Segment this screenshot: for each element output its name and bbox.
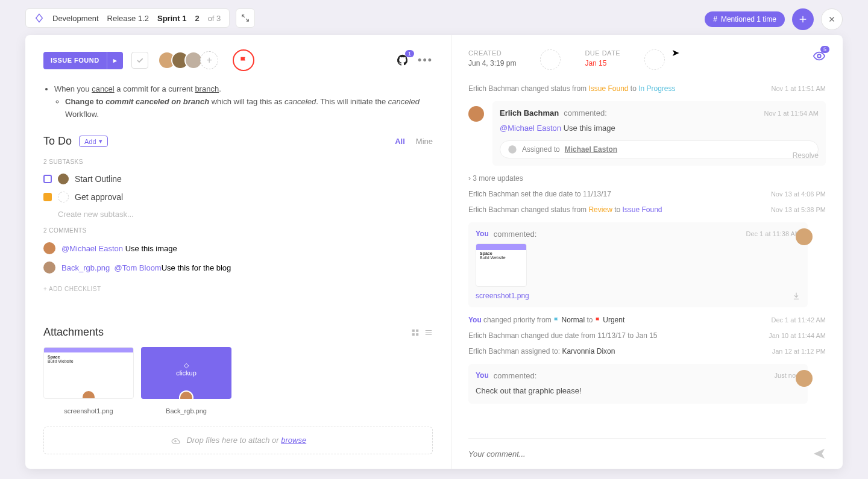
flag-icon xyxy=(239,56,248,64)
flag-icon xyxy=(595,317,601,323)
comment-block: You commented:Dec 1 at 11:38 AM SpaceBui… xyxy=(468,222,808,307)
crumb-sprint[interactable]: Sprint 1 xyxy=(157,14,186,23)
comment-text: Use this image xyxy=(123,244,177,253)
status-label: ISSUE FOUND xyxy=(43,52,107,69)
mention-text: Mentioned 1 time xyxy=(721,15,776,23)
list-view-icon[interactable] xyxy=(424,328,433,337)
cursor-icon: ➤ xyxy=(671,47,679,58)
image-preview[interactable]: SpaceBuild Website xyxy=(476,243,527,287)
svg-rect-1 xyxy=(416,330,418,332)
svg-rect-2 xyxy=(412,333,415,336)
status-next-button[interactable]: ▸ xyxy=(107,52,124,69)
file-link[interactable]: screenshot1.png xyxy=(476,292,529,300)
cloud-upload-icon xyxy=(170,437,181,445)
subtask-checkbox[interactable] xyxy=(43,193,52,201)
avatar xyxy=(468,106,484,122)
comment-block: You commented:Just now Check out that gr… xyxy=(468,364,808,404)
add-todo-button[interactable]: Add▾ xyxy=(79,136,108,147)
assignees: + xyxy=(163,51,218,69)
tab-all[interactable]: All xyxy=(395,137,405,146)
assignee-icon xyxy=(508,145,517,154)
crumb-index: 2 xyxy=(195,14,199,23)
attachments-title: Attachments xyxy=(43,326,104,339)
activity-row: Erlich Bachman assigned to: Karvonnia Di… xyxy=(468,343,826,359)
comment-avatar xyxy=(43,242,55,254)
tab-mine[interactable]: Mine xyxy=(416,137,433,146)
priority-flag-button[interactable] xyxy=(233,49,254,71)
watchers-button[interactable]: 5 xyxy=(813,49,826,63)
comment-input-row xyxy=(468,438,826,460)
crumb-release[interactable]: Release 1.2 xyxy=(107,14,149,23)
todo-title: To Do xyxy=(43,135,72,148)
close-icon xyxy=(828,15,836,23)
subtask-row[interactable]: Start Outline xyxy=(43,170,433,188)
flag-icon xyxy=(553,317,559,323)
breadcrumb: Development Release 1.2 Sprint 1 2 of 3 xyxy=(25,8,230,28)
subtask-avatar[interactable] xyxy=(58,174,69,184)
activity-row: Erlich Bachman changed due date from 11/… xyxy=(468,328,826,343)
mention-link[interactable]: @Michael Easton xyxy=(500,124,561,133)
mention-pill[interactable]: # Mentioned 1 time xyxy=(705,11,785,27)
grid-view-icon[interactable] xyxy=(411,328,420,337)
more-button[interactable]: ••• xyxy=(418,54,433,67)
svg-rect-0 xyxy=(412,330,415,332)
resolve-button[interactable]: Resolve xyxy=(793,151,819,160)
comment-block: Erlich Bachman commented: Nov 1 at 11:54… xyxy=(492,101,826,166)
avatar xyxy=(796,370,813,387)
description[interactable]: When you cancel a commit for a current b… xyxy=(43,83,433,121)
activity-row: Erlich Bachman changed status from Issue… xyxy=(468,81,826,96)
subtask-title: Start Outline xyxy=(75,174,122,184)
expand-icon xyxy=(241,14,250,22)
subtasks-header: 2 SUBTASKS xyxy=(43,158,433,165)
mention-link[interactable]: @Michael Easton xyxy=(61,244,123,253)
expand-button[interactable] xyxy=(236,8,255,28)
hash-icon: # xyxy=(713,15,717,23)
mention-link[interactable]: @Tom Bloom xyxy=(114,263,161,272)
avatar xyxy=(796,228,813,245)
comments-header: 2 COMMENTS xyxy=(43,227,433,234)
browse-link[interactable]: browse xyxy=(281,436,306,445)
commenter-name: Erlich Bachman xyxy=(500,108,559,117)
comment-row[interactable]: @Michael Easton Use this image xyxy=(43,239,433,258)
github-button[interactable]: 1 xyxy=(396,54,409,67)
add-checklist-button[interactable]: + ADD CHECKLIST xyxy=(43,286,433,292)
attachment-name: Back_rgb.png xyxy=(141,407,231,415)
subtask-assign-button[interactable] xyxy=(58,192,69,202)
new-subtask-input[interactable]: Create new subtask... xyxy=(43,206,433,222)
comment-avatar xyxy=(43,261,55,274)
due-date-meta[interactable]: DUE DATE Jan 15 xyxy=(585,49,620,67)
complete-button[interactable] xyxy=(131,52,148,69)
activity-row: Erlich Bachman set the due date to 11/13… xyxy=(468,186,826,202)
chevron-down-icon: ▾ xyxy=(99,137,102,145)
assigned-pill[interactable]: Assigned to Michael Easton xyxy=(500,140,819,158)
svg-point-4 xyxy=(817,54,821,58)
add-button[interactable] xyxy=(792,8,814,30)
subtask-row[interactable]: Get approval xyxy=(43,188,433,206)
svg-rect-3 xyxy=(416,333,418,336)
send-icon[interactable] xyxy=(813,447,826,460)
task-modal: ISSUE FOUND ▸ + 1 ••• xyxy=(25,35,843,469)
subtask-title: Get approval xyxy=(75,192,123,202)
more-updates-button[interactable]: › 3 more updates xyxy=(468,171,826,186)
created-meta: CREATED Jun 4, 3:19 pm xyxy=(468,49,516,67)
dropzone[interactable]: Drop files here to attach or browse xyxy=(43,427,433,454)
close-button[interactable] xyxy=(821,8,843,30)
download-icon[interactable] xyxy=(792,292,800,300)
activity-row: Erlich Bachman changed status from Revie… xyxy=(468,202,826,218)
loop-icon xyxy=(34,13,44,23)
attachment-item[interactable]: SpaceBuild Website screenshot1.png xyxy=(43,347,134,415)
attachment-item[interactable]: ◇clickup Back_rgb.png xyxy=(141,347,231,415)
file-link[interactable]: Back_rgb.png xyxy=(61,263,110,272)
add-assignee-button[interactable]: + xyxy=(200,51,218,69)
comment-row[interactable]: Back_rgb.png @Tom BloomUse this for the … xyxy=(43,258,433,277)
time-tracking-button[interactable] xyxy=(540,49,561,70)
subtask-checkbox[interactable] xyxy=(43,175,52,183)
status-pill[interactable]: ISSUE FOUND ▸ xyxy=(43,52,123,69)
crumb-of: of 3 xyxy=(208,14,221,23)
activity-feed: Erlich Bachman changed status from Issue… xyxy=(468,81,826,433)
svg-point-5 xyxy=(508,145,516,153)
add-meta-button[interactable] xyxy=(644,49,665,70)
github-badge: 1 xyxy=(405,50,414,57)
watchers-count: 5 xyxy=(820,46,829,53)
crumb-space[interactable]: Development xyxy=(52,14,99,23)
